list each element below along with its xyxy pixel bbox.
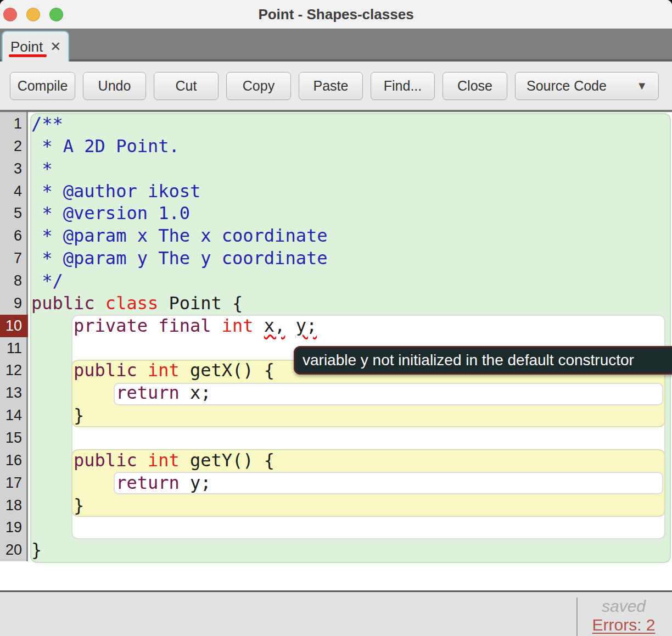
code-token-plain: } <box>31 539 42 560</box>
code-token-plain: } <box>31 495 84 516</box>
copy-button[interactable]: Copy <box>226 72 291 100</box>
code-token-error: y; <box>296 315 317 336</box>
tab-label: Point <box>10 38 43 55</box>
editor-window: Point - Shapes-classes Point ✕ CompileUn… <box>0 0 672 636</box>
code-token-type: int <box>148 360 180 381</box>
chevron-down-icon: ▼ <box>636 80 647 92</box>
cut-button[interactable]: Cut <box>154 72 219 100</box>
code-token-comment: * @version 1.0 <box>31 203 190 224</box>
code-token-comment: * @author ikost <box>31 181 200 202</box>
code-editor[interactable]: 1234567891011121314151617181920 /** * A … <box>0 112 672 590</box>
code-token-keyword: return <box>116 382 180 403</box>
code-token-keyword: public <box>74 450 137 471</box>
code-token-plain <box>285 315 295 336</box>
code-token-plain <box>148 315 158 336</box>
code-line-20[interactable]: } <box>31 539 42 561</box>
error-tooltip: variable y not initialized in the defaul… <box>294 346 672 375</box>
code-token-type: int <box>148 450 180 471</box>
code-line-1[interactable]: /** <box>31 113 63 135</box>
code-token-plain <box>254 315 264 336</box>
tab-bar: Point ✕ <box>0 29 672 62</box>
code-token-keyword: public <box>31 293 95 314</box>
status-right-panel: saved Errors: 2 <box>578 597 670 634</box>
code-line-18[interactable]: } <box>31 494 84 517</box>
errors-link[interactable]: Errors: 2 <box>578 616 670 634</box>
code-line-2[interactable]: * A 2D Point. <box>31 135 180 158</box>
code-line-8[interactable]: */ <box>31 270 63 292</box>
code-token-plain <box>137 360 148 381</box>
source-code-selector-value: Source Code <box>527 78 607 94</box>
code-token-keyword: private <box>74 315 148 336</box>
code-token-comment: */ <box>31 270 63 291</box>
code-token-keyword: final <box>158 315 211 336</box>
toolbar: CompileUndoCutCopyPasteFind...Close Sour… <box>0 62 672 110</box>
code-token-plain: getX() { <box>180 360 275 381</box>
code-token-plain <box>137 450 148 471</box>
code-token-plain <box>31 450 74 471</box>
title-bar: Point - Shapes-classes <box>0 0 672 29</box>
paste-button[interactable]: Paste <box>299 72 363 100</box>
code-token-plain: x; <box>180 382 211 403</box>
code-token-type: class <box>105 293 158 314</box>
saved-status: saved <box>578 597 670 616</box>
code-line-3[interactable]: * <box>31 158 53 180</box>
code-token-keyword: return <box>116 472 180 493</box>
code-token-comment: /** <box>31 113 63 134</box>
code-token-keyword: public <box>74 360 137 381</box>
code-line-14[interactable]: } <box>31 404 84 427</box>
code-token-plain <box>31 360 74 381</box>
code-line-13[interactable]: return x; <box>31 382 211 404</box>
compile-button[interactable]: Compile <box>10 72 75 100</box>
tab-point[interactable]: Point ✕ <box>2 31 69 62</box>
code-token-plain: getY() { <box>180 450 275 471</box>
undo-button[interactable]: Undo <box>83 72 146 100</box>
find-button[interactable]: Find... <box>371 72 435 100</box>
code-token-plain: y; <box>180 472 211 493</box>
code-token-comment: * <box>31 158 53 179</box>
code-line-9[interactable]: public class Point { <box>31 292 243 315</box>
close-button[interactable]: Close <box>443 72 507 100</box>
tab-close-icon[interactable]: ✕ <box>50 39 61 54</box>
code-token-comment: * @param x The x coordinate <box>31 225 327 246</box>
source-code-selector[interactable]: Source Code ▼ <box>515 72 659 100</box>
code-line-6[interactable]: * @param x The x coordinate <box>31 225 327 247</box>
code-token-plain <box>211 315 222 336</box>
code-token-error: x, <box>264 315 285 336</box>
code-token-type: int <box>222 315 254 336</box>
code-token-plain: } <box>31 405 84 426</box>
code-token-plain <box>31 315 74 336</box>
code-token-plain <box>95 293 105 314</box>
code-line-12[interactable]: public int getX() { <box>31 359 275 382</box>
tab-error-underline <box>9 54 47 57</box>
code-token-comment: * A 2D Point. <box>31 136 180 157</box>
code-line-16[interactable]: public int getY() { <box>31 449 275 472</box>
window-title: Point - Shapes-classes <box>0 0 672 29</box>
code-token-comment: * @param y The y coordinate <box>31 248 327 269</box>
code-line-5[interactable]: * @version 1.0 <box>31 202 190 225</box>
code-line-7[interactable]: * @param y The y coordinate <box>31 247 327 270</box>
code-line-17[interactable]: return y; <box>31 472 211 494</box>
code-line-10[interactable]: private final int x, y; <box>31 315 317 337</box>
code-token-plain: Point { <box>158 293 243 314</box>
status-bar: saved Errors: 2 <box>0 590 672 636</box>
code-token-plain <box>31 472 116 493</box>
code-token-plain <box>31 382 116 403</box>
code-line-4[interactable]: * @author ikost <box>31 180 200 203</box>
